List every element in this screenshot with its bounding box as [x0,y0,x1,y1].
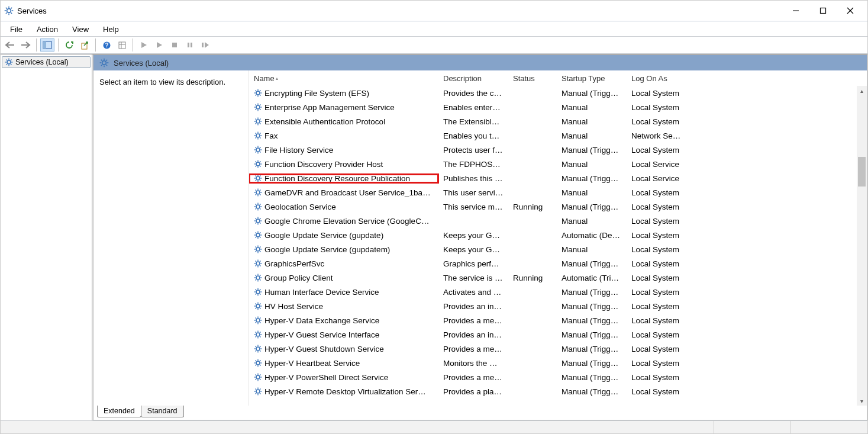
stop-service-button[interactable] [167,38,182,52]
service-row[interactable]: Hyper-V Guest Shutdown ServiceProvides a… [249,342,867,356]
column-header-startup[interactable]: Startup Type [557,70,627,86]
service-name: Function Discovery Provider Host [264,160,383,169]
service-gear-icon [254,359,262,367]
service-row[interactable]: Geolocation ServiceThis service m…Runnin… [249,200,867,214]
service-row[interactable]: Hyper-V Data Exchange ServiceProvides a … [249,313,867,327]
title-bar: Services [1,1,867,21]
service-description: Provides an in… [438,302,508,311]
pane-header-title: Services (Local) [114,59,169,67]
service-description: The Extensible… [438,117,508,126]
service-startup: Automatic (Tri… [557,274,627,282]
service-description: This service m… [438,202,508,211]
service-startup: Manual (Trigg… [557,359,627,368]
tree-node-label: Services (Local) [15,58,69,66]
service-logon: Local System [627,117,687,126]
service-row[interactable]: GraphicsPerfSvcGraphics perf…Manual (Tri… [249,256,867,271]
scrollbar-thumb[interactable] [858,157,866,187]
service-description: The service is r… [438,274,508,282]
service-startup: Manual [557,131,627,140]
show-hide-console-tree-button[interactable] [40,38,54,52]
menu-action[interactable]: Action [31,24,64,35]
service-description: Enables you t… [438,131,508,140]
menu-view[interactable]: View [66,24,95,35]
refresh-button[interactable] [62,38,76,52]
service-row[interactable]: Google Update Service (gupdate)Keeps you… [249,228,867,242]
scrollbar-down-icon[interactable]: ▾ [857,396,867,406]
pane-header: Services (Local) [93,55,867,70]
maximize-button[interactable] [809,1,837,20]
service-gear-icon [254,373,262,381]
minimize-button[interactable] [782,1,809,20]
highlighted-service-name: Function Discovery Resource Publication [249,174,438,183]
menu-file[interactable]: File [4,24,28,35]
service-name: Google Update Service (gupdate) [264,231,383,240]
service-startup: Manual (Trigg… [557,330,627,339]
service-list: Name▴ Description Status Startup Type Lo… [249,70,867,406]
service-gear-icon [254,288,262,296]
service-row[interactable]: GameDVR and Broadcast User Service_1ba…T… [249,185,867,200]
service-name: HV Host Service [264,302,323,311]
pause-service-button[interactable] [183,38,197,52]
service-gear-icon [254,345,262,353]
service-gear-icon [254,330,262,339]
start-service-button[interactable] [137,38,151,52]
service-logon: Local System [627,259,687,268]
help-button[interactable]: ? [99,38,114,52]
service-row[interactable]: HV Host ServiceProvides an in…Manual (Tr… [249,299,867,313]
service-row[interactable]: Google Update Service (gupdatem)Keeps yo… [249,242,867,256]
service-name: GameDVR and Broadcast User Service_1ba… [264,188,431,197]
scrollbar-up-icon[interactable]: ▴ [857,86,867,95]
forward-button[interactable] [18,38,33,52]
menu-help[interactable]: Help [97,24,125,35]
tab-extended[interactable]: Extended [97,406,141,417]
service-description: Keeps your G… [438,245,508,254]
service-logon: Local System [627,245,687,254]
view-tabs: Extended Standard [93,406,867,420]
properties-button[interactable] [115,38,129,52]
tab-standard[interactable]: Standard [141,406,184,417]
toolbar: ? [1,37,867,53]
service-row[interactable]: Encrypting File System (EFS)Provides the… [249,86,867,100]
service-row[interactable]: File History ServiceProtects user f…Manu… [249,143,867,157]
service-status: Running [508,202,557,211]
service-name: Enterprise App Management Service [264,103,395,112]
close-button[interactable] [837,1,864,20]
service-description: Monitors the … [438,359,508,368]
service-row[interactable]: Group Policy ClientThe service is r…Runn… [249,271,867,285]
service-name: Geolocation Service [264,202,336,211]
service-row[interactable]: Hyper-V Remote Desktop Virtualization Se… [249,384,867,398]
column-header-name[interactable]: Name▴ [249,70,438,86]
column-header-logon[interactable]: Log On As [627,70,687,86]
service-name: Hyper-V Remote Desktop Virtualization Se… [264,387,426,396]
service-row[interactable]: Human Interface Device ServiceActivates … [249,285,867,299]
service-gear-icon [254,259,262,268]
export-list-button[interactable] [78,38,92,52]
service-row[interactable]: Extensible Authentication ProtocolThe Ex… [249,114,867,128]
service-gear-icon [254,274,262,282]
service-gear-icon [254,245,262,253]
gear-icon [5,58,13,66]
service-row[interactable]: FaxEnables you t…ManualNetwork Se… [249,128,867,143]
tree-node-services-local[interactable]: Services (Local) [2,56,91,68]
service-startup: Manual (Trigg… [557,288,627,297]
column-header-description[interactable]: Description [438,70,508,86]
service-row[interactable]: Hyper-V Guest Service InterfaceProvides … [249,327,867,342]
service-description: This user servi… [438,188,508,197]
start-service-alt-button[interactable] [152,38,166,52]
service-row[interactable]: Function Discovery Resource PublicationP… [249,171,867,185]
service-gear-icon [254,174,262,182]
restart-service-button[interactable] [198,38,212,52]
service-description: Publishes this … [438,174,508,183]
vertical-scrollbar[interactable]: ▴ ▾ [857,86,867,406]
service-row[interactable]: Function Discovery Provider HostThe FDPH… [249,157,867,171]
service-row[interactable]: Enterprise App Management ServiceEnables… [249,100,867,114]
service-row[interactable]: Hyper-V PowerShell Direct ServiceProvide… [249,370,867,384]
back-button[interactable] [3,38,17,52]
service-row[interactable]: Google Chrome Elevation Service (GoogleC… [249,214,867,228]
service-row[interactable]: Hyper-V Heartbeat ServiceMonitors the …M… [249,356,867,370]
service-name: File History Service [264,146,333,155]
service-gear-icon [254,160,262,168]
service-logon: Local Service [627,174,687,183]
column-header-status[interactable]: Status [508,70,557,86]
service-logon: Local System [627,202,687,211]
